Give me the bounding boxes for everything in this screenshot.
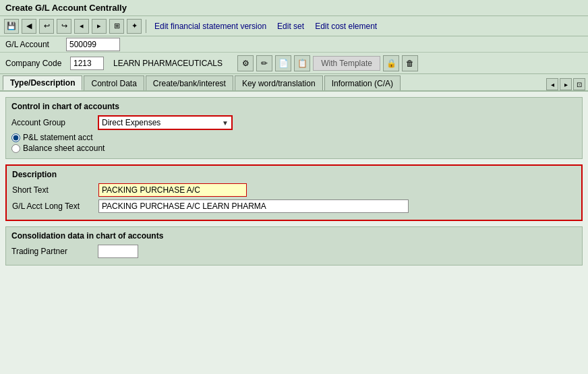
tab-expand-button[interactable]: ⊡ [573,78,585,90]
description-section-title: Description [12,170,576,179]
tab-keyword-translation[interactable]: Key word/translation [235,75,323,90]
pl-statement-label: P&L statement acct [23,133,93,142]
company-code-row: Company Code LEARN PHARMACEUTICALS ⚙ ✏ 📄… [0,53,588,74]
control-section-title: Control in chart of accounts [11,102,577,111]
toolbar: 💾 ◀ ↩ ↪ ◂ ▸ ⊞ ✦ Edit financial statement… [0,16,588,36]
gl-account-label: G/L Account [5,40,66,49]
next-button[interactable]: ▸ [92,19,107,34]
save-button[interactable]: 💾 [4,19,19,34]
undo-button[interactable]: ↩ [39,19,54,34]
display-change-button[interactable]: ⊞ [109,19,124,34]
trading-partner-row: Trading Partner [11,245,577,258]
separator [146,20,146,33]
consolidation-section-title: Consolidation data in chart of accounts [11,231,577,241]
settings-icon-btn[interactable]: ⚙ [237,55,254,71]
account-group-dropdown[interactable]: Direct Expenses ▼ [98,115,233,130]
with-template-button[interactable]: With Template [313,56,380,71]
edit-set-button[interactable]: Edit set [273,20,308,32]
delete-icon-btn[interactable]: 🗑 [402,55,418,71]
tabs-bar: Type/Description Control Data Create/ban… [0,74,588,92]
redo-button[interactable]: ↪ [57,19,71,34]
long-text-row: G/L Acct Long Text [12,199,576,213]
short-text-label: Short Text [12,185,93,195]
tab-next-button[interactable]: ▸ [560,78,572,90]
short-text-row: Short Text [12,183,576,197]
main-content: Control in chart of accounts Account Gro… [0,92,588,369]
pl-statement-radio-row: P&L statement acct [11,133,577,142]
company-code-label: Company Code [5,59,66,68]
description-section: Description Short Text G/L Acct Long Tex… [5,164,583,221]
prev-button[interactable]: ◂ [74,19,89,34]
edit-icon-btn[interactable]: ✏ [256,55,272,71]
account-group-row: Account Group Direct Expenses ▼ [11,115,577,130]
tab-create-bank-interest[interactable]: Create/bank/interest [146,75,233,90]
short-text-input[interactable] [98,183,247,197]
tab-nav-buttons: ◂ ▸ ⊡ [546,78,585,90]
additional-button[interactable]: ✦ [127,19,142,34]
company-name: LEARN PHARMACEUTICALS [113,59,223,68]
control-section: Control in chart of accounts Account Gro… [5,97,583,159]
pl-statement-radio[interactable] [11,133,20,142]
tab-type-description[interactable]: Type/Description [3,75,82,90]
tab-prev-button[interactable]: ◂ [546,78,558,90]
lock-icon-btn[interactable]: 🔒 [383,55,399,71]
consolidation-section: Consolidation data in chart of accounts … [5,226,583,266]
back-button[interactable]: ◀ [22,19,36,34]
tab-information[interactable]: Information (C/A) [324,75,401,90]
balance-sheet-radio-row: Balance sheet account [11,144,577,153]
edit-financial-statement-button[interactable]: Edit financial statement version [150,20,270,32]
dropdown-arrow-icon: ▼ [222,119,229,127]
gl-account-input[interactable] [66,38,120,51]
title-bar: Create G/L Account Centrally [0,0,588,16]
doc1-icon-btn[interactable]: 📄 [275,55,291,71]
gl-account-row: G/L Account document.querySelector('[dat… [0,36,588,53]
account-group-value: Direct Expenses [102,118,160,127]
page-title: Create G/L Account Centrally [5,3,127,13]
trading-partner-label: Trading Partner [11,247,92,256]
long-text-input[interactable] [98,199,409,213]
company-code-input[interactable] [70,57,104,70]
long-text-label: G/L Acct Long Text [12,201,93,211]
balance-sheet-label: Balance sheet account [23,144,105,153]
account-group-label: Account Group [11,118,92,127]
edit-cost-element-button[interactable]: Edit cost element [311,20,381,32]
balance-sheet-radio[interactable] [11,144,20,153]
doc2-icon-btn[interactable]: 📋 [294,55,310,71]
tab-control-data[interactable]: Control Data [84,75,144,90]
trading-partner-input[interactable] [98,245,138,258]
